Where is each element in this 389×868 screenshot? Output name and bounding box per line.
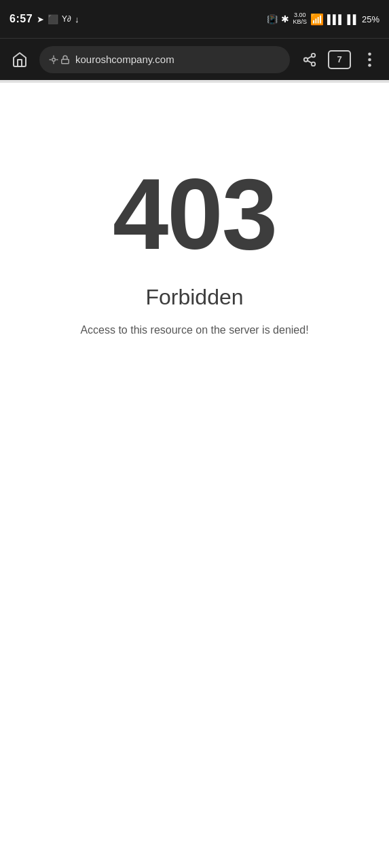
network-speed: 3.00 KB/S	[293, 12, 307, 26]
svg-point-9	[368, 63, 371, 66]
signal-strength-2-icon: ▌▌	[348, 14, 358, 24]
tabs-count: 7	[337, 54, 341, 64]
share-button[interactable]	[297, 47, 322, 73]
tabs-button[interactable]: 7	[328, 50, 351, 69]
url-text: kouroshcompany.com	[75, 54, 174, 65]
error-page: 403 Forbidden Access to this resource on…	[0, 83, 389, 868]
bluetooth-icon: ✱	[281, 14, 289, 24]
svg-point-8	[368, 58, 371, 61]
status-left: 6:57 ➤ ⬛ Υ∂ ↓	[10, 13, 79, 25]
home-button[interactable]	[7, 47, 33, 73]
url-bar[interactable]: kouroshcompany.com	[39, 46, 290, 73]
more-menu-button[interactable]	[356, 47, 382, 73]
error-title: Forbidden	[145, 285, 243, 310]
status-time: 6:57	[10, 13, 33, 25]
screen-record-icon: ⬛	[48, 14, 58, 24]
error-code: 403	[113, 164, 276, 264]
persian-icon: Υ∂	[62, 14, 71, 24]
speed-unit: KB/S	[293, 19, 307, 26]
browser-toolbar: kouroshcompany.com 7	[0, 38, 389, 80]
toolbar-right: 7	[297, 47, 382, 73]
svg-line-5	[308, 60, 312, 63]
svg-point-0	[52, 58, 56, 61]
status-icons-left: ➤ ⬛ Υ∂ ↓	[37, 14, 79, 24]
battery-indicator: 25%	[362, 14, 379, 24]
vibrate-icon: 📳	[267, 14, 278, 24]
signal-strength-icon: ▌▌▌	[327, 14, 344, 24]
location-icon: ➤	[37, 14, 44, 24]
svg-rect-1	[62, 59, 69, 63]
status-right: 📳 ✱ 3.00 KB/S 📶 ▌▌▌ ▌▌ 25%	[267, 12, 379, 26]
error-description: Access to this resource on the server is…	[60, 322, 329, 338]
download-icon: ↓	[75, 14, 79, 24]
security-icon	[49, 55, 70, 64]
svg-line-6	[308, 56, 312, 58]
status-bar: 6:57 ➤ ⬛ Υ∂ ↓ 📳 ✱ 3.00 KB/S 📶 ▌▌▌ ▌▌ 25%	[0, 0, 389, 38]
svg-point-7	[368, 52, 371, 56]
wifi-icon: 📶	[310, 13, 324, 26]
